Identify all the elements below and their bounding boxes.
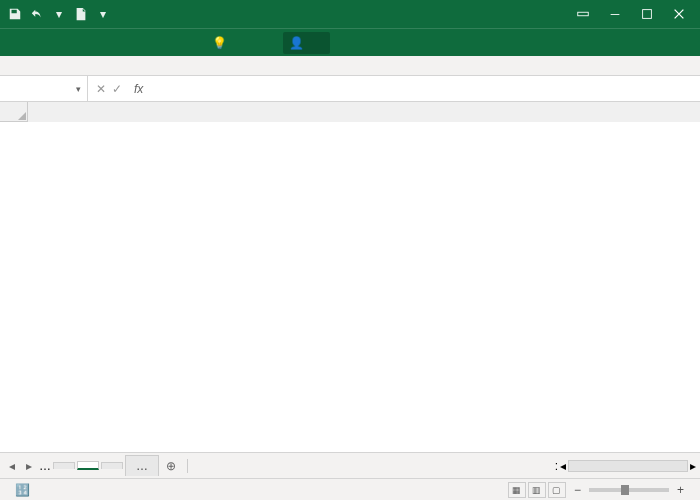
tab-data[interactable]: [114, 39, 134, 47]
login-link[interactable]: [259, 39, 279, 47]
ribbon-collapsed-strip: [0, 56, 700, 76]
formula-bar: ✕ ✓ fx: [0, 76, 700, 102]
tab-file[interactable]: [4, 39, 24, 47]
undo-icon[interactable]: [28, 5, 46, 23]
tell-me[interactable]: 💡: [202, 32, 257, 54]
view-buttons[interactable]: ▦▥▢: [508, 482, 566, 498]
column-headers[interactable]: [28, 102, 700, 122]
ribbon-options-icon[interactable]: [568, 4, 598, 24]
horizontal-scrollbar[interactable]: :◂▸: [194, 459, 696, 473]
new-icon[interactable]: [72, 5, 90, 23]
select-all-corner[interactable]: [0, 102, 28, 122]
tab-sheet11[interactable]: [77, 461, 99, 470]
maximize-icon[interactable]: [632, 4, 662, 24]
fx-icon[interactable]: fx: [130, 82, 147, 96]
save-icon[interactable]: [6, 5, 24, 23]
tab-developer[interactable]: [180, 39, 200, 47]
formula-input[interactable]: [147, 79, 700, 99]
add-sheet-button[interactable]: ⊕: [161, 459, 181, 473]
tab-sheet8[interactable]: …: [125, 455, 159, 476]
zoom-in-button[interactable]: +: [677, 483, 684, 497]
redo-dropdown-icon[interactable]: ▾: [50, 5, 68, 23]
tab-review[interactable]: [136, 39, 156, 47]
title-bar: ▾ ▾: [0, 0, 700, 28]
tab-insert[interactable]: [48, 39, 68, 47]
zoom-slider[interactable]: [589, 488, 669, 492]
normal-view-icon: ▦: [508, 482, 526, 498]
name-box[interactable]: [0, 76, 88, 102]
sheet-tab-bar: ◂▸ … … ⊕ :◂▸: [0, 452, 700, 478]
qat-more-icon[interactable]: ▾: [94, 5, 112, 23]
tab-view[interactable]: [158, 39, 178, 47]
tab-layout[interactable]: [70, 39, 90, 47]
cells-area[interactable]: [28, 122, 700, 452]
share-button[interactable]: 👤: [283, 32, 330, 54]
quick-access-toolbar: ▾ ▾: [6, 5, 112, 23]
sheet-nav[interactable]: ◂▸: [4, 459, 37, 473]
tab-formula[interactable]: [92, 39, 112, 47]
svg-rect-2: [643, 10, 652, 19]
tab-filter[interactable]: [53, 462, 75, 469]
page-break-view-icon: ▢: [548, 482, 566, 498]
minimize-icon[interactable]: [600, 4, 630, 24]
tab-home[interactable]: [26, 39, 46, 47]
close-icon[interactable]: [664, 4, 694, 24]
svg-rect-1: [611, 14, 620, 15]
zoom-out-button[interactable]: −: [574, 483, 581, 497]
status-bar: 🔢 ▦▥▢ − +: [0, 478, 700, 500]
enter-formula-icon: ✓: [112, 82, 122, 96]
cancel-formula-icon: ✕: [96, 82, 106, 96]
spreadsheet-grid[interactable]: [0, 102, 700, 452]
ribbon-tabs: 💡 👤: [0, 28, 700, 56]
svg-rect-0: [578, 12, 589, 16]
tab-ctrlq[interactable]: [101, 462, 123, 469]
page-layout-view-icon: ▥: [528, 482, 546, 498]
status-ready: 🔢: [8, 483, 30, 497]
